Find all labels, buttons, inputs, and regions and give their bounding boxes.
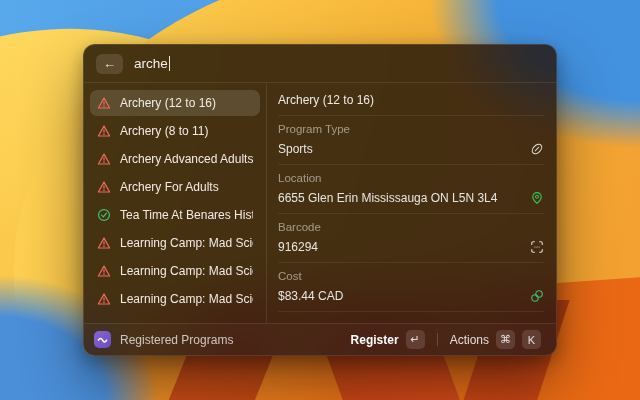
detail-section: Location 6655 Glen Erin Mississauga ON L… xyxy=(278,164,544,213)
text-cursor xyxy=(169,56,171,71)
detail-section: Cost $83.44 CAD xyxy=(278,262,544,311)
detail-section-label: Location xyxy=(278,172,544,184)
warning-icon xyxy=(97,292,111,306)
list-item[interactable]: Tea Time At Benares Historic Ho... xyxy=(90,202,260,228)
detail-section-label: Barcode xyxy=(278,221,544,233)
location-pin-icon xyxy=(530,191,544,205)
detail-section-value: 916294 xyxy=(278,240,530,254)
warning-icon xyxy=(97,96,111,110)
back-arrow-icon: ← xyxy=(103,54,116,74)
content-area: Archery (12 to 16) Archery (8 to 11) Arc… xyxy=(84,83,556,323)
return-key-icon: ↵ xyxy=(406,330,425,349)
search-input[interactable]: arche xyxy=(134,56,170,71)
detail-sections: Program Type Sports Location 6655 Glen E… xyxy=(278,115,544,311)
warning-icon xyxy=(97,264,111,278)
back-button[interactable]: ← xyxy=(96,54,123,74)
detail-section: Program Type Sports xyxy=(278,115,544,164)
detail-section-label: Program Type xyxy=(278,123,544,135)
k-key-icon: K xyxy=(522,330,541,349)
search-bar: ← arche xyxy=(84,45,556,83)
detail-section-value: $83.44 CAD xyxy=(278,289,530,303)
list-item[interactable]: Archery (12 to 16) xyxy=(90,90,260,116)
register-button[interactable]: Register ↵ xyxy=(346,327,430,352)
detail-section-value: 6655 Glen Erin Mississauga ON L5N 3L4 xyxy=(278,191,530,205)
search-query-text: arche xyxy=(134,56,168,71)
detail-section-label: Cost xyxy=(278,270,544,282)
warning-icon xyxy=(97,152,111,166)
detail-date-rows: Start Date: July 10, 2022, 4:00 PM End D… xyxy=(278,311,544,323)
action-bar: Registered Programs Register ↵ Actions ⌘… xyxy=(84,323,556,355)
footer-divider xyxy=(437,333,438,346)
warning-icon xyxy=(97,124,111,138)
list-item[interactable]: Archery For Adults xyxy=(90,174,260,200)
command-key-icon: ⌘ xyxy=(496,330,515,349)
register-label: Register xyxy=(351,333,399,347)
launcher-window: ← arche Archery (12 to 16) Archery (8 to… xyxy=(83,44,557,356)
results-list: Archery (12 to 16) Archery (8 to 11) Arc… xyxy=(84,83,266,323)
registered-programs-app-icon xyxy=(94,331,111,348)
detail-section: Barcode 916294 xyxy=(278,213,544,262)
actions-button[interactable]: Actions ⌘ K xyxy=(445,327,546,352)
list-item[interactable]: Learning Camp: Mad Science -... xyxy=(90,230,260,256)
detail-panel: Archery (12 to 16) Program Type Sports L… xyxy=(267,83,556,323)
actions-label: Actions xyxy=(450,333,489,347)
list-item[interactable]: Learning Camp: Mad Science -... xyxy=(90,258,260,284)
command-name: Registered Programs xyxy=(120,333,233,347)
check-circle-icon xyxy=(97,208,111,222)
scan-icon xyxy=(530,240,544,254)
detail-section-value: Sports xyxy=(278,142,530,156)
warning-icon xyxy=(97,236,111,250)
detail-title: Archery (12 to 16) xyxy=(278,83,544,115)
desktop-wallpaper: ← arche Archery (12 to 16) Archery (8 to… xyxy=(0,0,640,400)
sports-ball-icon xyxy=(530,142,544,156)
list-item[interactable]: Archery Advanced Adults xyxy=(90,146,260,172)
coins-icon xyxy=(530,289,544,303)
list-item[interactable]: Archery (8 to 11) xyxy=(90,118,260,144)
list-item[interactable]: Learning Camp: Mad Science -... xyxy=(90,286,260,312)
warning-icon xyxy=(97,180,111,194)
